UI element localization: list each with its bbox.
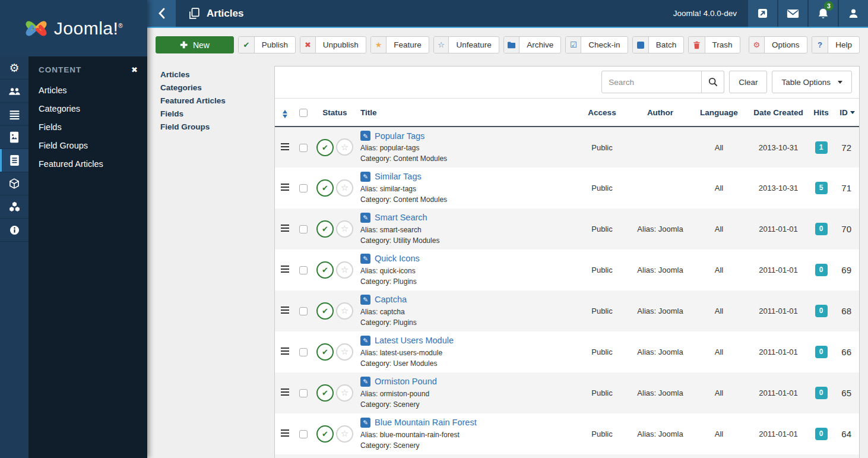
sidebar-item-featured-articles[interactable]: Featured Articles [39,155,138,173]
user-menu-button[interactable] [839,0,868,27]
new-button[interactable]: ✚New [156,36,234,53]
edit-article-icon[interactable]: ✎ [360,377,370,387]
extensions-cubes-icon[interactable] [0,195,28,219]
published-status-icon[interactable]: ✔ [316,302,334,320]
drag-handle-icon[interactable] [281,225,289,232]
row-checkbox[interactable] [299,184,308,192]
published-status-icon[interactable]: ✔ [316,179,334,197]
edit-article-icon[interactable]: ✎ [360,336,370,346]
options-button[interactable]: ⚙Options [749,36,807,53]
components-cube-icon[interactable] [0,172,28,195]
trash-button[interactable]: Trash [688,36,740,53]
submenu-featured-articles[interactable]: Featured Articles [160,94,274,108]
edit-article-icon[interactable]: ✎ [360,172,370,182]
article-title-link[interactable]: Blue Mountain Rain Forest [375,418,477,427]
published-status-icon[interactable]: ✔ [316,261,334,279]
back-button[interactable] [147,0,176,27]
row-checkbox[interactable] [299,225,308,233]
row-checkbox[interactable] [299,389,308,397]
info-icon[interactable] [0,219,28,242]
search-submit-button[interactable] [702,71,724,93]
sidebar-heading: CONTENT [39,65,81,74]
edit-article-icon[interactable]: ✎ [360,418,370,428]
system-gear-icon[interactable]: ⚙ [0,56,28,80]
column-title[interactable]: Title [358,99,572,127]
sidebar-close-icon[interactable]: ✖ [131,65,138,74]
drag-handle-icon[interactable] [281,388,289,396]
publish-button[interactable]: ✔Publish [238,36,296,53]
column-language[interactable]: Language [688,99,750,127]
feature-toggle-icon[interactable]: ☆ [336,179,353,197]
search-input[interactable] [601,71,702,93]
clear-button[interactable]: Clear [729,71,767,93]
feature-toggle-icon[interactable]: ☆ [336,343,353,361]
column-date-created[interactable]: Date Created [750,99,807,127]
content-articles-icon[interactable] [0,149,28,172]
article-title-link[interactable]: Similar Tags [375,172,422,181]
article-title-link[interactable]: Quick Icons [375,254,420,263]
article-title-link[interactable]: Popular Tags [375,131,425,141]
checkin-button[interactable]: ☑Check-in [565,36,628,53]
notifications-button[interactable]: 3 [809,0,838,27]
edit-article-icon[interactable]: ✎ [360,254,370,264]
column-author[interactable]: Author [632,99,688,127]
edit-article-icon[interactable]: ✎ [360,131,370,141]
help-button[interactable]: ?Help [812,36,860,53]
column-status[interactable]: Status [312,99,358,127]
unpublish-button[interactable]: ✖Unpublish [300,36,366,53]
column-id[interactable]: ID [835,99,859,127]
edit-article-icon[interactable]: ✎ [360,213,370,223]
sidebar-item-fields[interactable]: Fields [39,118,138,137]
edit-article-icon[interactable]: ✎ [360,295,370,305]
drag-handle-icon[interactable] [281,143,289,150]
feature-toggle-icon[interactable]: ☆ [336,138,353,156]
sidebar-item-categories[interactable]: Categories [39,100,138,118]
drag-handle-icon[interactable] [281,184,289,191]
unfeature-button[interactable]: ☆Unfeature [433,36,499,53]
row-checkbox[interactable] [299,266,308,274]
feature-toggle-icon[interactable]: ☆ [336,220,353,238]
submenu-categories[interactable]: Categories [160,81,274,94]
feature-toggle-icon[interactable]: ☆ [336,261,353,279]
menus-list-icon[interactable] [0,103,28,126]
feature-button[interactable]: ★Feature [370,36,429,53]
article-title-link[interactable]: Latest Users Module [375,336,454,345]
drag-handle-icon[interactable] [281,348,289,355]
submenu-fields[interactable]: Fields [160,108,274,121]
article-alias: Alias: captcha [360,307,569,317]
row-checkbox[interactable] [299,144,308,152]
drag-handle-icon[interactable] [281,429,289,437]
article-title-link[interactable]: Ormiston Pound [375,377,437,386]
media-icon[interactable] [0,126,28,149]
users-icon[interactable] [0,80,28,103]
batch-button[interactable]: Batch [632,36,685,53]
archive-button[interactable]: Archive [503,36,562,53]
feature-toggle-icon[interactable]: ☆ [336,384,353,402]
submenu-articles[interactable]: Articles [160,68,274,81]
preview-button[interactable] [748,0,777,27]
published-status-icon[interactable]: ✔ [316,384,334,402]
published-status-icon[interactable]: ✔ [316,425,334,443]
messages-button[interactable] [778,0,807,27]
ordering-sort-icon[interactable] [283,110,287,118]
submenu-field-groups[interactable]: Field Groups [160,121,274,134]
author-cell: Alias: Joomla [632,372,688,413]
table-options-button[interactable]: Table Options [772,71,852,93]
feature-toggle-icon[interactable]: ☆ [336,425,353,443]
drag-handle-icon[interactable] [281,307,289,314]
column-hits[interactable]: Hits [807,99,835,127]
drag-handle-icon[interactable] [281,266,289,273]
article-title-link[interactable]: Smart Search [375,213,427,222]
column-access[interactable]: Access [572,99,632,127]
row-checkbox[interactable] [299,430,308,438]
article-title-link[interactable]: Captcha [375,295,407,304]
sidebar-item-articles[interactable]: Articles [39,81,138,100]
published-status-icon[interactable]: ✔ [316,220,334,238]
feature-toggle-icon[interactable]: ☆ [336,302,353,320]
published-status-icon[interactable]: ✔ [316,343,334,361]
select-all-checkbox[interactable] [299,109,308,117]
row-checkbox[interactable] [299,348,308,356]
published-status-icon[interactable]: ✔ [316,139,334,156]
row-checkbox[interactable] [299,307,308,315]
sidebar-item-field-groups[interactable]: Field Groups [39,137,138,155]
